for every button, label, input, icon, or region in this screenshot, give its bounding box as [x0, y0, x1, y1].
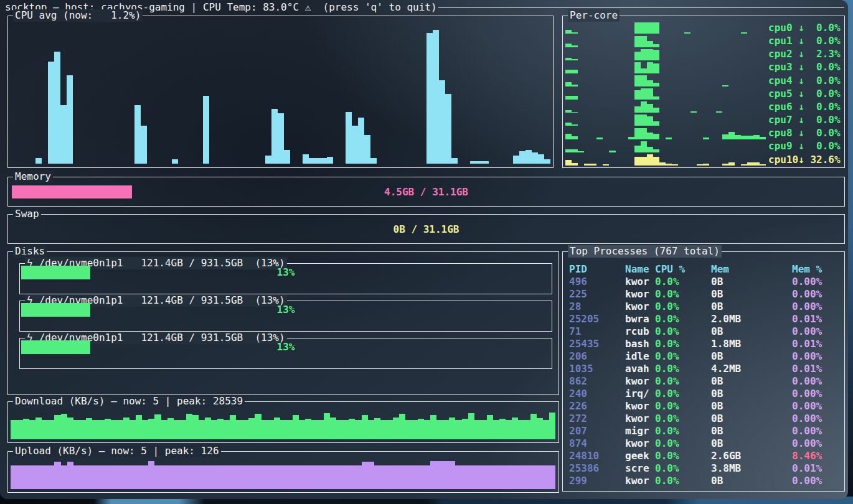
upload-history-bar	[123, 465, 130, 489]
upload-history-bar	[205, 465, 211, 489]
upload-history-bar	[499, 465, 506, 489]
upload-history-bar	[61, 465, 67, 489]
process-name: kwor	[625, 413, 655, 425]
cpu-history-bar	[352, 126, 358, 164]
core-spark-bar	[690, 111, 697, 113]
cpu-history-bar	[470, 161, 476, 164]
core-spark-bar	[572, 124, 578, 126]
process-column-header: Name	[625, 263, 655, 276]
process-row: 1035avah0.0%4.2MB0.01%	[569, 363, 842, 375]
process-mem: 2.6GB	[711, 450, 792, 462]
disks-title: Disks	[13, 245, 47, 258]
disk-usage-pct: 13%	[20, 266, 552, 278]
upload-history-bar	[248, 465, 255, 489]
download-history-bar	[330, 418, 336, 439]
core-spark-bar	[653, 108, 659, 113]
core-spark-bar	[753, 135, 760, 139]
process-mem-pct: 0.01%	[792, 462, 842, 475]
core-spark-bar	[572, 112, 578, 113]
process-row: 226kwor0.0%0B0.00%	[569, 400, 842, 413]
core-spark-bar	[647, 133, 653, 139]
process-pid: 240	[569, 388, 625, 400]
core-spark-bar	[641, 141, 647, 152]
cpu-history-bar	[358, 118, 364, 164]
disk-gauge: 13%	[20, 338, 552, 368]
cpu-history-bar	[483, 161, 489, 164]
core-spark-bar	[641, 101, 647, 113]
download-history-bar	[117, 420, 123, 439]
upload-panel: Upload (KB/s) — now: 5 | peak: 126	[7, 451, 559, 493]
download-history-bar	[255, 414, 261, 439]
core-spark-bar	[634, 52, 641, 60]
upload-history-bar	[336, 465, 342, 489]
process-mem: 0B	[711, 325, 792, 338]
process-name: geek	[625, 450, 655, 462]
core-spark-bar	[641, 36, 647, 47]
core-spark-bar	[641, 22, 647, 34]
core-spark-bar	[634, 36, 641, 47]
process-name: bash	[625, 338, 655, 350]
process-mem-pct: 0.01%	[792, 363, 842, 375]
upload-history-bar	[186, 465, 192, 489]
process-cpu-pct: 0.0%	[655, 288, 711, 301]
process-mem-pct: 0.00%	[792, 325, 842, 338]
process-name: kwor	[625, 276, 655, 288]
core-spark-bar	[641, 68, 647, 73]
cpu-history-bar	[141, 126, 147, 164]
core-sparkline	[565, 36, 766, 47]
memory-panel: Memory 4.5GB / 31.1GB	[7, 177, 845, 207]
cpu-history-bar	[538, 154, 544, 164]
core-spark-bar	[634, 22, 641, 34]
download-history-bar	[174, 420, 180, 439]
download-history-bar	[280, 420, 286, 439]
download-history-bar	[318, 420, 324, 439]
upload-history-bar	[105, 465, 111, 489]
process-row: 272kwor0.0%0B0.00%	[569, 413, 842, 425]
upload-history-bar	[255, 465, 261, 489]
core-spark-bar	[647, 49, 653, 60]
process-pid: 25386	[569, 462, 625, 475]
cpu-history-bar	[303, 154, 309, 164]
process-mem: 0B	[711, 288, 792, 301]
upload-history-bar	[274, 465, 280, 489]
core-spark-bar	[565, 96, 572, 100]
core-spark-bar	[684, 32, 690, 34]
core-spark-bar	[741, 32, 747, 34]
process-mem-pct: 0.00%	[792, 301, 842, 313]
core-label: cpu10↓ 32.6%	[768, 154, 842, 166]
core-sparkline	[565, 128, 766, 139]
process-mem-pct: 8.46%	[792, 450, 842, 462]
core-sparkline	[565, 154, 766, 166]
upload-history-bar	[481, 465, 487, 489]
process-row: 25205bwra0.0%2.0MB0.01%	[569, 313, 842, 325]
process-table-header: PIDNameCPU %MemMem %	[569, 263, 842, 276]
core-spark-bar	[728, 132, 735, 139]
download-history-bar	[493, 420, 499, 439]
cpu-history-bar	[265, 156, 271, 164]
terminal-window: socktop — host: cachyos-gaming | CPU Tem…	[0, 0, 848, 499]
core-spark-bar	[641, 114, 647, 126]
upload-history-bar	[455, 465, 461, 489]
core-spark-bar	[653, 44, 659, 47]
download-history-chart	[11, 410, 556, 439]
core-label: cpu5 ↓ 0.0%	[768, 88, 842, 100]
cpu-history-bar	[532, 152, 538, 164]
process-name: bwra	[625, 313, 655, 325]
download-history-bar	[524, 420, 530, 439]
download-history-bar	[424, 420, 430, 439]
core-spark-bar	[653, 22, 659, 34]
upload-history-bar	[374, 465, 380, 489]
process-mem-pct: 0.00%	[792, 288, 842, 301]
process-column-header: Mem	[711, 263, 792, 276]
download-history-bar	[543, 420, 549, 439]
process-mem-pct: 0.00%	[792, 437, 842, 450]
process-cpu-pct: 0.0%	[655, 388, 711, 400]
process-cpu-pct: 0.0%	[655, 338, 711, 350]
core-spark-bar	[703, 138, 709, 139]
core-spark-bar	[666, 164, 672, 166]
core-spark-bar	[735, 135, 741, 139]
upload-history-bar	[54, 462, 60, 489]
upload-title: Upload (KB/s) — now: 5 | peak: 126	[13, 445, 221, 457]
process-mem-pct: 0.00%	[792, 375, 842, 388]
download-history-bar	[136, 415, 142, 439]
